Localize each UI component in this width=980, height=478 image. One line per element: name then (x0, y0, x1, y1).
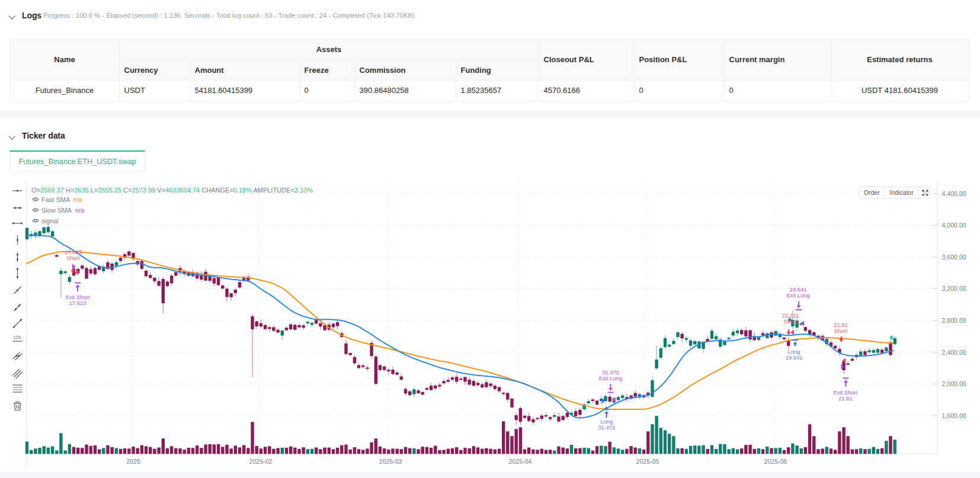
svg-text:2025-06: 2025-06 (764, 458, 787, 465)
svg-text:2025: 2025 (126, 458, 140, 465)
svg-text:17.623: 17.623 (69, 300, 86, 306)
svg-text:2025-04: 2025-04 (509, 458, 532, 465)
svg-text:2025-05: 2025-05 (636, 458, 659, 465)
svg-text:31.472: 31.472 (598, 424, 615, 431)
svg-text:4,000.00: 4,000.00 (942, 222, 966, 229)
svg-text:19.641: 19.641 (785, 354, 802, 361)
svg-text:Short: Short (66, 255, 80, 261)
svg-text:123: 123 (14, 335, 21, 340)
svg-text:4,400.00: 4,400.00 (942, 190, 966, 197)
svg-text:signal: signal (41, 217, 59, 224)
svg-text:Exit Long: Exit Long (786, 292, 810, 299)
svg-text:Slow SMA: Slow SMA (41, 207, 72, 214)
svg-text:Short: Short (834, 328, 848, 334)
svg-text:2,800.00: 2,800.00 (942, 317, 966, 324)
svg-text:n/a: n/a (75, 207, 85, 214)
svg-text:2025-02: 2025-02 (249, 458, 273, 465)
svg-text:2025-03: 2025-03 (379, 458, 402, 465)
svg-text:n/a: n/a (73, 196, 82, 203)
svg-text:Exit Long: Exit Long (599, 375, 623, 381)
svg-text:2,000.00: 2,000.00 (942, 380, 966, 387)
svg-text:3,600.00: 3,600.00 (942, 254, 966, 261)
svg-text:21.81: 21.81 (838, 395, 853, 402)
svg-text:3,200.00: 3,200.00 (942, 285, 966, 292)
svg-text:2,400.00: 2,400.00 (942, 349, 966, 356)
svg-text:Fast SMA: Fast SMA (41, 196, 71, 203)
svg-text:O=2569.37 H=2635 L=2555.25 C=2: O=2569.37 H=2635 L=2555.25 C=2573.99 V=4… (31, 187, 313, 194)
svg-text:1,600.00: 1,600.00 (942, 412, 966, 419)
